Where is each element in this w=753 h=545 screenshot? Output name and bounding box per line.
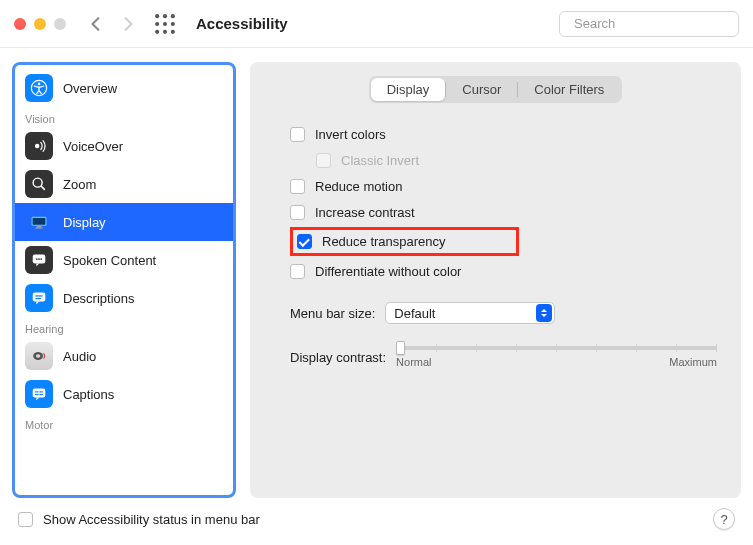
minimize-window-button[interactable] bbox=[34, 18, 46, 30]
svg-point-2 bbox=[171, 14, 175, 18]
svg-point-4 bbox=[163, 21, 167, 25]
sidebar-label-zoom: Zoom bbox=[63, 177, 96, 192]
invert-colors-checkbox[interactable] bbox=[290, 127, 305, 142]
svg-rect-18 bbox=[37, 226, 42, 227]
zoom-window-button bbox=[54, 18, 66, 30]
chevron-up-down-icon bbox=[536, 304, 552, 322]
tab-display[interactable]: Display bbox=[371, 78, 446, 101]
captions-icon bbox=[25, 380, 53, 408]
svg-point-5 bbox=[171, 21, 175, 25]
svg-point-13 bbox=[35, 144, 40, 149]
tab-color-filters[interactable]: Color Filters bbox=[518, 78, 620, 101]
menu-bar-size-label: Menu bar size: bbox=[290, 306, 375, 321]
svg-rect-26 bbox=[35, 298, 40, 299]
svg-point-21 bbox=[36, 258, 38, 260]
back-button[interactable] bbox=[84, 12, 108, 36]
svg-rect-31 bbox=[39, 391, 43, 392]
reduce-transparency-label: Reduce transparency bbox=[322, 234, 446, 249]
svg-rect-25 bbox=[35, 295, 42, 296]
reduce-transparency-highlight: Reduce transparency bbox=[290, 227, 519, 256]
help-button[interactable]: ? bbox=[713, 508, 735, 530]
section-motor: Motor bbox=[15, 413, 233, 433]
display-contrast-slider[interactable]: Normal Maximum bbox=[396, 346, 717, 368]
svg-line-15 bbox=[41, 186, 44, 189]
svg-rect-32 bbox=[35, 394, 39, 395]
svg-rect-29 bbox=[33, 389, 46, 398]
svg-point-1 bbox=[163, 14, 167, 18]
spoken-content-icon bbox=[25, 246, 53, 274]
sidebar-label-display: Display bbox=[63, 215, 106, 230]
window-title: Accessibility bbox=[196, 15, 288, 32]
window-controls bbox=[14, 18, 66, 30]
diff-color-checkbox[interactable] bbox=[290, 264, 305, 279]
svg-point-3 bbox=[155, 21, 159, 25]
reduce-motion-checkbox[interactable] bbox=[290, 179, 305, 194]
forward-button bbox=[116, 12, 140, 36]
menu-bar-size-value: Default bbox=[394, 306, 435, 321]
invert-colors-label: Invert colors bbox=[315, 127, 386, 142]
sidebar-label-overview: Overview bbox=[63, 81, 117, 96]
svg-point-23 bbox=[40, 258, 42, 260]
diff-color-label: Differentiate without color bbox=[315, 264, 461, 279]
show-status-checkbox[interactable] bbox=[18, 512, 33, 527]
sidebar-label-captions: Captions bbox=[63, 387, 114, 402]
sidebar-item-descriptions[interactable]: Descriptions bbox=[15, 279, 233, 317]
classic-invert-label: Classic Invert bbox=[341, 153, 419, 168]
classic-invert-checkbox bbox=[316, 153, 331, 168]
svg-rect-33 bbox=[39, 394, 43, 395]
section-vision: Vision bbox=[15, 107, 233, 127]
svg-point-0 bbox=[155, 14, 159, 18]
show-all-icon[interactable] bbox=[154, 13, 176, 35]
svg-rect-17 bbox=[33, 218, 46, 225]
sidebar-item-display[interactable]: Display bbox=[15, 203, 233, 241]
tab-bar: Display Cursor Color Filters bbox=[274, 76, 717, 103]
contrast-max-label: Maximum bbox=[669, 356, 717, 368]
zoom-icon bbox=[25, 170, 53, 198]
voiceover-icon bbox=[25, 132, 53, 160]
slider-thumb[interactable] bbox=[396, 341, 405, 355]
sidebar-item-overview[interactable]: Overview bbox=[15, 69, 233, 107]
audio-icon bbox=[25, 342, 53, 370]
svg-point-12 bbox=[38, 83, 41, 86]
titlebar: Accessibility bbox=[0, 0, 753, 48]
sidebar-item-zoom[interactable]: Zoom bbox=[15, 165, 233, 203]
display-icon bbox=[25, 208, 53, 236]
svg-point-7 bbox=[163, 29, 167, 33]
sidebar-item-voiceover[interactable]: VoiceOver bbox=[15, 127, 233, 165]
sidebar-item-captions[interactable]: Captions bbox=[15, 375, 233, 413]
menu-bar-size-select[interactable]: Default bbox=[385, 302, 555, 324]
descriptions-icon bbox=[25, 284, 53, 312]
sidebar: Overview Vision VoiceOver Zoom Display S bbox=[12, 62, 236, 498]
search-input[interactable] bbox=[574, 16, 742, 31]
svg-rect-30 bbox=[35, 391, 39, 392]
svg-rect-24 bbox=[33, 293, 46, 302]
display-contrast-label: Display contrast: bbox=[290, 350, 386, 365]
svg-rect-19 bbox=[35, 227, 43, 228]
settings-panel: Display Cursor Color Filters Invert colo… bbox=[250, 62, 741, 498]
sidebar-label-voiceover: VoiceOver bbox=[63, 139, 123, 154]
sidebar-label-descriptions: Descriptions bbox=[63, 291, 135, 306]
search-field[interactable] bbox=[559, 11, 739, 37]
svg-point-6 bbox=[155, 29, 159, 33]
show-status-label: Show Accessibility status in menu bar bbox=[43, 512, 260, 527]
svg-point-22 bbox=[38, 258, 40, 260]
close-window-button[interactable] bbox=[14, 18, 26, 30]
accessibility-icon bbox=[25, 74, 53, 102]
increase-contrast-label: Increase contrast bbox=[315, 205, 415, 220]
sidebar-item-audio[interactable]: Audio bbox=[15, 337, 233, 375]
svg-point-28 bbox=[36, 354, 41, 358]
tab-cursor[interactable]: Cursor bbox=[446, 78, 517, 101]
reduce-transparency-checkbox[interactable] bbox=[297, 234, 312, 249]
footer: Show Accessibility status in menu bar ? bbox=[0, 498, 753, 540]
svg-point-8 bbox=[171, 29, 175, 33]
sidebar-item-spoken[interactable]: Spoken Content bbox=[15, 241, 233, 279]
increase-contrast-checkbox[interactable] bbox=[290, 205, 305, 220]
contrast-min-label: Normal bbox=[396, 356, 431, 368]
section-hearing: Hearing bbox=[15, 317, 233, 337]
sidebar-label-audio: Audio bbox=[63, 349, 96, 364]
reduce-motion-label: Reduce motion bbox=[315, 179, 402, 194]
sidebar-label-spoken: Spoken Content bbox=[63, 253, 156, 268]
